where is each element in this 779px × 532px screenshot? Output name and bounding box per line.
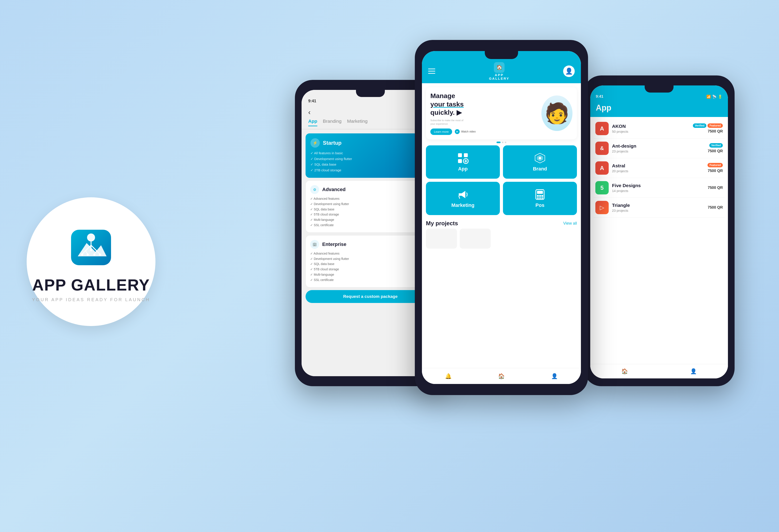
brand-logo-icon: [67, 221, 115, 270]
enterprise-plan-title: Enterprise: [322, 242, 346, 247]
view-all-link[interactable]: View all: [563, 221, 577, 226]
hero-title1: Manage: [430, 92, 541, 100]
svg-point-11: [93, 254, 96, 256]
akon-projects: 50 projects: [612, 130, 693, 133]
back-button[interactable]: ‹: [308, 108, 311, 116]
nav-home[interactable]: 🏠: [498, 373, 505, 379]
service-pos-label: Pos: [535, 202, 544, 208]
svg-rect-14: [458, 153, 462, 157]
triangle-name: Triangle: [612, 203, 708, 208]
five-designs-name: Five Designs: [612, 183, 708, 188]
phone-right-screen: 9:41 📶📡🔋 App A AKON: [590, 85, 728, 379]
svg-point-13: [90, 249, 92, 251]
svg-point-23: [539, 157, 541, 159]
app-item-ant-design[interactable]: & Ant-design 23 projects Verified 7500 Q…: [594, 138, 725, 158]
app-item-akon[interactable]: A AKON 50 projects Verified Featured 750…: [594, 119, 725, 138]
ant-price: 7500 QR: [708, 149, 723, 153]
logo-circle: APP GALLERY YOUR APP IDEAS READY FOR LAU…: [26, 197, 156, 326]
svg-rect-16: [458, 159, 462, 163]
startup-plan-title: Startup: [323, 140, 342, 146]
logo-section: APP GALLERY YOUR APP IDEAS READY FOR LAU…: [26, 197, 156, 335]
app-item-astral[interactable]: A Astral 20 projects Featured 7500 QR: [594, 158, 725, 178]
service-app-label: App: [458, 166, 468, 172]
svg-rect-26: [537, 195, 539, 197]
ant-projects: 23 projects: [612, 149, 708, 153]
watch-video-label[interactable]: Watch video: [461, 130, 476, 133]
right-nav-home[interactable]: 🏠: [621, 368, 628, 375]
center-app-name2: GALLERY: [489, 77, 510, 80]
service-pos-card[interactable]: Pos: [503, 182, 577, 215]
hero-description: Subscribe to make the most of your exper…: [430, 119, 468, 126]
svg-rect-30: [539, 198, 541, 199]
astral-projects: 20 projects: [612, 169, 708, 173]
hamburger-menu[interactable]: [428, 69, 435, 74]
astral-price: 7500 QR: [708, 169, 723, 173]
tab-app[interactable]: App: [308, 119, 317, 126]
right-header-title: App: [596, 103, 611, 112]
user-avatar[interactable]: 👤: [563, 65, 575, 77]
svg-rect-25: [537, 191, 543, 194]
tab-marketing[interactable]: Marketing: [347, 119, 367, 126]
svg-rect-28: [541, 195, 543, 197]
astral-name: Astral: [612, 163, 708, 169]
akon-name: AKON: [612, 124, 693, 129]
app-item-triangle[interactable]: ▷ Triangle 23 projects 7500 QR: [594, 198, 725, 217]
svg-rect-29: [537, 198, 539, 199]
service-brand-label: Brand: [533, 166, 547, 172]
svg-rect-27: [539, 195, 541, 197]
ant-name: Ant-design: [612, 143, 708, 149]
right-status-time: 9:41: [596, 94, 603, 99]
tab-branding[interactable]: Branding: [323, 119, 342, 126]
svg-point-9: [81, 254, 83, 256]
svg-point-10: [86, 254, 89, 256]
service-brand-card[interactable]: Brand: [503, 145, 577, 179]
phone-center-screen: 🏠 APP GALLERY 👤 Manage your tasks: [422, 51, 581, 384]
right-nav-profile[interactable]: 👤: [690, 368, 697, 375]
brand-tagline: YOUR APP IDEAS READY FOR LAUNCH: [32, 297, 150, 302]
five-designs-projects: 14 projects: [612, 189, 708, 193]
hero-title2: your tasks: [430, 100, 541, 109]
triangle-projects: 23 projects: [612, 209, 708, 212]
advanced-plan-title: Advanced: [322, 187, 346, 192]
learn-more-button[interactable]: Learn more: [430, 129, 452, 135]
left-status-time: 9:41: [308, 99, 316, 104]
service-marketing-card[interactable]: Marketing: [426, 182, 500, 215]
phones-container: 9:41 📶 🔋 ‹ App Branding Marketing: [277, 18, 766, 515]
nav-profile[interactable]: 👤: [551, 373, 558, 379]
nav-notifications[interactable]: 🔔: [445, 373, 452, 379]
app-item-five-designs[interactable]: 5 Five Designs 14 projects 7500 QR: [594, 178, 725, 198]
akon-price: 7500 QR: [693, 129, 723, 134]
svg-point-1: [87, 234, 95, 242]
svg-rect-15: [464, 153, 468, 157]
svg-rect-31: [541, 198, 543, 199]
triangle-price: 7500 QR: [708, 205, 723, 210]
phone-right: 9:41 📶📡🔋 App A AKON: [584, 75, 735, 386]
center-app-name1: APP: [495, 73, 504, 77]
brand-name: APP GALLERY: [32, 276, 150, 294]
hero-title3: quickly. ▶: [430, 108, 541, 117]
service-app-card[interactable]: App: [426, 145, 500, 179]
five-designs-price: 7500 QR: [708, 186, 723, 190]
phone-center: 🏠 APP GALLERY 👤 Manage your tasks: [415, 40, 588, 395]
svg-point-12: [99, 254, 101, 256]
my-projects-heading: My projects: [426, 220, 458, 227]
service-marketing-label: Marketing: [452, 202, 475, 208]
